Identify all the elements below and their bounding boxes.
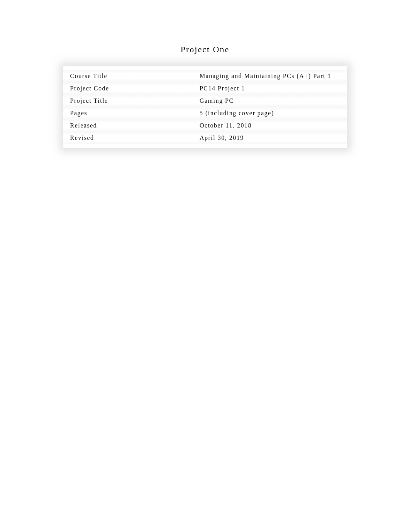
info-table-wrapper: Course Title Managing and Maintaining PC… xyxy=(63,66,347,148)
info-value: October 11, 2018 xyxy=(197,119,347,132)
info-label: Project Title xyxy=(63,95,197,107)
table-row: Project Code PC14 Project 1 xyxy=(63,82,347,95)
info-value: PC14 Project 1 xyxy=(197,82,347,95)
info-label: Project Code xyxy=(63,82,197,95)
table-row: Project Title Gaming PC xyxy=(63,95,347,107)
info-table: Course Title Managing and Maintaining PC… xyxy=(63,70,347,144)
info-label: Released xyxy=(63,119,197,132)
info-value: April 30, 2019 xyxy=(197,132,347,144)
info-value: Managing and Maintaining PCs (A+) Part 1 xyxy=(197,70,347,82)
table-row: Course Title Managing and Maintaining PC… xyxy=(63,70,347,82)
table-row: Pages 5 (including cover page) xyxy=(63,107,347,119)
table-row: Released October 11, 2018 xyxy=(63,119,347,132)
table-row: Revised April 30, 2019 xyxy=(63,132,347,144)
info-value: Gaming PC xyxy=(197,95,347,107)
info-label: Revised xyxy=(63,132,197,144)
info-label: Pages xyxy=(63,107,197,119)
info-value: 5 (including cover page) xyxy=(197,107,347,119)
info-label: Course Title xyxy=(63,70,197,82)
page-title: Project One xyxy=(0,0,410,66)
